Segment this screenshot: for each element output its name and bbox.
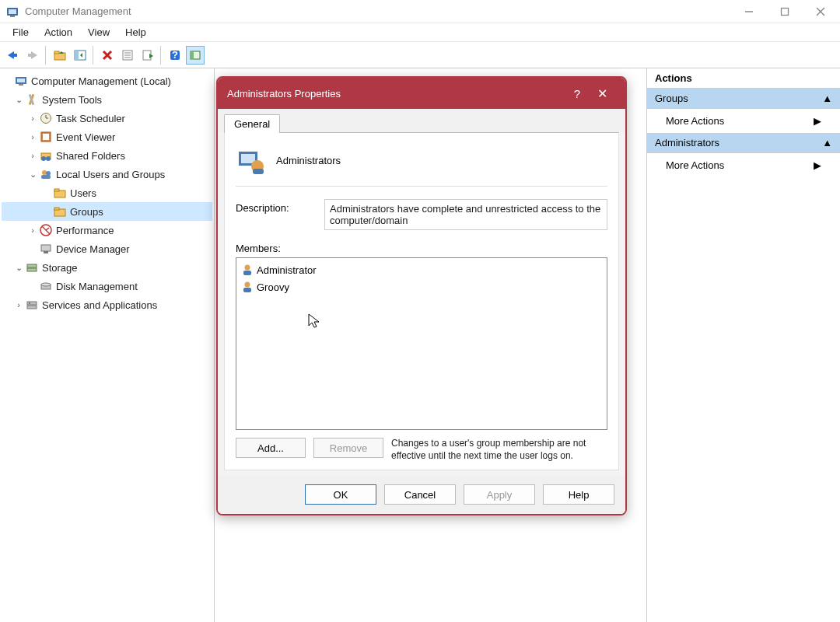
performance-icon xyxy=(39,223,53,237)
event-viewer-icon xyxy=(39,130,53,144)
computer-management-icon xyxy=(14,74,28,88)
tree-label: Local Users and Groups xyxy=(56,169,165,180)
member-item[interactable]: Groovy xyxy=(238,278,605,295)
tree-services-apps[interactable]: › Services and Applications xyxy=(2,295,212,314)
close-button[interactable] xyxy=(803,0,838,23)
nav-back-button[interactable] xyxy=(3,46,22,65)
member-name: Administrator xyxy=(257,264,317,276)
tree-local-users-groups[interactable]: ⌄ Local Users and Groups xyxy=(2,165,212,183)
actions-more-administrators[interactable]: More Actions ▶ xyxy=(647,153,840,177)
dialog-help-icon[interactable]: ? xyxy=(566,87,588,100)
tree-disk-management[interactable]: Disk Management xyxy=(2,277,212,295)
chevron-right-icon: ▶ xyxy=(814,159,821,171)
folder-icon xyxy=(53,204,67,218)
chevron-down-icon[interactable]: ⌄ xyxy=(12,95,25,105)
group-name: Administrators xyxy=(276,155,341,166)
menu-view[interactable]: View xyxy=(80,25,117,40)
tree-storage[interactable]: ⌄ Storage xyxy=(2,258,212,277)
chevron-right-icon[interactable]: › xyxy=(26,114,39,123)
apply-button[interactable]: Apply xyxy=(464,484,535,505)
properties-dialog: Administrators Properties ? ✕ General Ad… xyxy=(216,76,627,515)
description-label: Description: xyxy=(236,199,317,214)
svg-rect-59 xyxy=(27,306,37,309)
chevron-right-icon[interactable]: › xyxy=(26,132,39,142)
refresh-button[interactable] xyxy=(186,46,205,65)
tree-label: Task Scheduler xyxy=(56,113,125,124)
svg-point-65 xyxy=(245,265,250,271)
tree-groups[interactable]: Groups xyxy=(2,202,212,221)
collapse-icon: ▲ xyxy=(822,93,832,104)
actions-more-groups[interactable]: More Actions ▶ xyxy=(647,109,840,133)
menu-action[interactable]: Action xyxy=(37,25,80,40)
svg-rect-1 xyxy=(9,9,16,14)
folder-icon xyxy=(53,186,67,200)
shared-folders-icon xyxy=(39,149,53,162)
chevron-right-icon[interactable]: › xyxy=(12,300,25,309)
maximize-button[interactable] xyxy=(767,0,803,23)
svg-rect-54 xyxy=(27,264,37,267)
chevron-down-icon[interactable]: ⌄ xyxy=(26,169,39,180)
remove-button[interactable]: Remove xyxy=(313,438,383,458)
svg-rect-55 xyxy=(27,268,37,271)
svg-rect-44 xyxy=(41,175,51,179)
svg-rect-2 xyxy=(10,16,15,17)
svg-rect-52 xyxy=(41,245,51,251)
cancel-button[interactable]: Cancel xyxy=(384,484,456,505)
disk-icon xyxy=(39,279,53,293)
chevron-right-icon[interactable]: › xyxy=(26,225,39,235)
help-button[interactable]: ? xyxy=(166,46,184,65)
actions-section-administrators[interactable]: Administrators ▲ xyxy=(647,133,840,153)
svg-marker-16 xyxy=(80,53,82,58)
toolbar-separator xyxy=(45,46,47,65)
dialog-tabbar: General xyxy=(218,109,625,132)
dialog-titlebar[interactable]: Administrators Properties ? ✕ xyxy=(218,78,625,109)
ok-button[interactable]: OK xyxy=(305,484,376,505)
dialog-title: Administrators Properties xyxy=(227,88,566,100)
tree-system-tools[interactable]: ⌄ System Tools xyxy=(2,90,212,109)
minimize-button[interactable] xyxy=(731,0,767,23)
dialog-close-button[interactable]: ✕ xyxy=(588,86,616,101)
tree-users[interactable]: Users xyxy=(2,183,212,202)
tree-performance[interactable]: › Performance xyxy=(2,221,212,239)
tree-root[interactable]: Computer Management (Local) xyxy=(2,72,212,90)
help-button[interactable]: Help xyxy=(543,484,614,505)
svg-point-42 xyxy=(42,170,47,175)
svg-point-67 xyxy=(245,282,250,288)
tab-general[interactable]: General xyxy=(224,114,280,133)
actions-section-label: Administrators xyxy=(655,137,719,149)
members-list[interactable]: Administrator Groovy xyxy=(236,257,607,430)
tree-shared-folders[interactable]: › Shared Folders xyxy=(2,146,212,165)
svg-point-60 xyxy=(29,302,30,304)
member-item[interactable]: Administrator xyxy=(238,261,605,278)
svg-rect-62 xyxy=(241,154,255,163)
chevron-right-icon[interactable]: › xyxy=(26,151,39,160)
svg-rect-12 xyxy=(54,51,59,54)
add-button[interactable]: Add... xyxy=(236,438,306,458)
actions-section-groups[interactable]: Groups ▲ xyxy=(647,89,840,109)
export-button[interactable] xyxy=(138,46,157,65)
svg-point-57 xyxy=(41,283,51,286)
svg-rect-48 xyxy=(54,208,59,210)
show-hide-tree-button[interactable] xyxy=(71,46,89,65)
members-label: Members: xyxy=(236,243,607,254)
svg-rect-38 xyxy=(43,134,49,140)
tree-task-scheduler[interactable]: › Task Scheduler xyxy=(2,109,212,128)
tree-event-viewer[interactable]: › Event Viewer xyxy=(2,128,212,146)
menu-file[interactable]: File xyxy=(5,25,37,40)
svg-rect-31 xyxy=(19,84,23,86)
up-level-button[interactable] xyxy=(51,46,69,65)
svg-text:?: ? xyxy=(172,49,178,61)
nav-forward-button[interactable] xyxy=(23,46,42,65)
properties-button[interactable] xyxy=(118,46,137,65)
services-icon xyxy=(25,298,39,312)
tree-label: Performance xyxy=(56,225,114,236)
description-field[interactable]: Administrators have complete and unrestr… xyxy=(324,199,607,230)
window-titlebar: Computer Management xyxy=(0,0,840,23)
chevron-down-icon[interactable]: ⌄ xyxy=(12,263,25,273)
toolbar-separator xyxy=(93,46,95,65)
svg-rect-10 xyxy=(28,54,32,57)
menu-help[interactable]: Help xyxy=(117,25,154,40)
tree-device-manager[interactable]: Device Manager xyxy=(2,239,212,258)
delete-button[interactable] xyxy=(98,46,117,65)
tree-label: Groups xyxy=(70,206,103,218)
